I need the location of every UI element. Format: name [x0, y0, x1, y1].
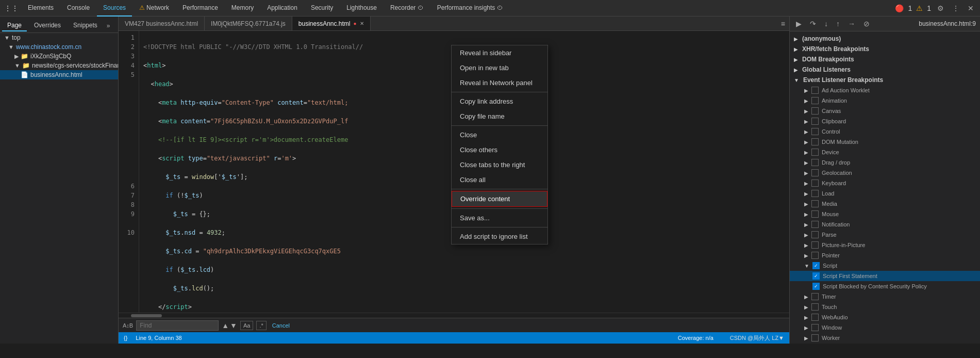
- tab-application[interactable]: Application: [261, 0, 304, 17]
- resume-button[interactable]: ▶: [794, 19, 804, 29]
- bp-item-notification[interactable]: ▶ Notification: [790, 219, 980, 230]
- step-button[interactable]: →: [846, 19, 857, 29]
- bp-item-timer[interactable]: ▶ Timer: [790, 291, 980, 302]
- tab-more-button[interactable]: ≡: [777, 20, 789, 28]
- bp-checkbox[interactable]: [812, 283, 820, 290]
- tab-lighthouse[interactable]: Lighthouse: [340, 0, 383, 17]
- bp-checkbox[interactable]: [811, 231, 819, 238]
- ctx-close-others[interactable]: Close others: [452, 142, 547, 157]
- horizontal-scrollbar[interactable]: [119, 313, 789, 318]
- tab-memory[interactable]: Memory: [225, 0, 260, 17]
- tab-close-button[interactable]: ✕: [360, 21, 364, 26]
- bp-checkbox[interactable]: [811, 334, 819, 341]
- bp-item-canvas[interactable]: ▶ Canvas: [790, 106, 980, 116]
- tree-item-folder1[interactable]: ▶ 📁 iXkZonSlgCbQ: [0, 52, 118, 61]
- bp-item-load[interactable]: ▶ Load: [790, 188, 980, 199]
- bp-checkbox[interactable]: [811, 241, 819, 249]
- bp-item-keyboard[interactable]: ▶ Keyboard: [790, 178, 980, 188]
- bp-item-script[interactable]: ▼ Script: [790, 261, 980, 271]
- ctx-close-all[interactable]: Close all: [452, 172, 547, 187]
- tree-item-folder2[interactable]: ▼ 📁 newsite/cgs-services/stockFinance: [0, 61, 118, 70]
- tab-security[interactable]: Security: [305, 0, 339, 17]
- bp-checkbox[interactable]: [811, 293, 819, 300]
- bp-checkbox[interactable]: [811, 118, 819, 125]
- tab-sources[interactable]: Sources: [97, 0, 132, 17]
- find-prev-button[interactable]: ▲: [222, 321, 229, 330]
- ctx-open-new-tab[interactable]: Open in new tab: [452, 60, 547, 75]
- bp-checkbox[interactable]: [811, 252, 819, 259]
- sync-icon[interactable]: ⋮: [114, 21, 119, 31]
- bp-item-parse[interactable]: ▶ Parse: [790, 230, 980, 240]
- bp-item-control[interactable]: ▶ Control: [790, 126, 980, 137]
- bp-checkbox[interactable]: [811, 169, 819, 176]
- bp-checkbox[interactable]: [812, 262, 820, 269]
- tree-item-top[interactable]: ▼ top: [0, 33, 118, 42]
- find-input[interactable]: [136, 320, 219, 331]
- bp-section-event-listener[interactable]: ▼ Event Listener Breakpoints: [790, 75, 980, 85]
- bp-item-pip[interactable]: ▶ Picture-in-Picture: [790, 240, 980, 250]
- bp-checkbox[interactable]: [811, 180, 819, 187]
- tab-network[interactable]: ⚠ Network: [133, 0, 175, 17]
- bp-item-animation[interactable]: ▶ Animation: [790, 95, 980, 106]
- ctx-save-as[interactable]: Save as...: [452, 210, 547, 225]
- bp-checkbox[interactable]: [811, 128, 819, 135]
- bp-item-drag-drop[interactable]: ▶ Drag / drop: [790, 157, 980, 168]
- bp-checkbox[interactable]: [811, 97, 819, 104]
- bp-item-media[interactable]: ▶ Media: [790, 199, 980, 209]
- bp-section-dom[interactable]: ▶ DOM Breakpoints: [790, 54, 980, 64]
- bp-item-worker[interactable]: ▶ Worker: [790, 333, 980, 343]
- find-case-button[interactable]: Aa: [240, 321, 253, 330]
- bp-item-script-first[interactable]: Script First Statement: [790, 271, 980, 281]
- ctx-reveal-sidebar[interactable]: Reveal in sidebar: [452, 45, 547, 60]
- tab-perf-insights[interactable]: Performance insights ⏲: [431, 0, 509, 17]
- bp-checkbox[interactable]: [811, 303, 819, 311]
- tab-recorder[interactable]: Recorder ⏲: [384, 0, 430, 17]
- ctx-copy-link[interactable]: Copy link address: [452, 94, 547, 109]
- deactivate-button[interactable]: ⊘: [861, 19, 872, 29]
- find-next-button[interactable]: ▼: [230, 321, 237, 330]
- bp-item-touch[interactable]: ▶ Touch: [790, 302, 980, 312]
- bp-item-geolocation[interactable]: ▶ Geolocation: [790, 168, 980, 178]
- bp-checkbox[interactable]: [811, 107, 819, 115]
- step-out-button[interactable]: ↑: [834, 19, 842, 29]
- bp-checkbox[interactable]: [811, 149, 819, 156]
- find-cancel-button[interactable]: Cancel: [270, 321, 292, 330]
- bp-checkbox[interactable]: [811, 200, 819, 207]
- bp-item-webaudio[interactable]: ▶ WebAudio: [790, 312, 980, 322]
- bp-checkbox[interactable]: [811, 210, 819, 218]
- bp-checkbox[interactable]: [811, 190, 819, 197]
- bp-checkbox[interactable]: [811, 314, 819, 321]
- bp-item-pointer[interactable]: ▶ Pointer: [790, 250, 980, 261]
- step-into-button[interactable]: ↓: [822, 19, 830, 29]
- step-over-button[interactable]: ↷: [808, 19, 818, 29]
- bp-checkbox[interactable]: [811, 221, 819, 228]
- sec-tab-snippets[interactable]: Snippets: [68, 20, 103, 31]
- sec-tab-overrides[interactable]: Overrides: [29, 20, 66, 31]
- bp-section-global[interactable]: ▶ Global Listeners: [790, 64, 980, 75]
- code-tab-vm427[interactable]: VM427 businessAnnc.html: [119, 17, 205, 31]
- ctx-close[interactable]: Close: [452, 127, 547, 142]
- code-tab-html[interactable]: businessAnnc.html ● ✕: [292, 17, 371, 31]
- bp-item-script-blocked[interactable]: Script Blocked by Content Security Polic…: [790, 281, 980, 291]
- bp-item-ad-auction[interactable]: ▶ Ad Auction Worklet: [790, 85, 980, 95]
- tree-item-domain[interactable]: ▼ www.chinastock.com.cn: [0, 42, 118, 52]
- ctx-override-content[interactable]: Override content: [452, 191, 547, 207]
- bp-item-dom-mutation[interactable]: ▶ DOM Mutation: [790, 137, 980, 147]
- tab-elements[interactable]: Elements: [22, 0, 60, 17]
- close-devtools-button[interactable]: ✕: [966, 3, 976, 13]
- tab-console[interactable]: Console: [61, 0, 96, 17]
- bp-item-window[interactable]: ▶ Window: [790, 322, 980, 333]
- bp-checkbox[interactable]: [811, 159, 819, 166]
- bp-section-xhr[interactable]: ▶ XHR/fetch Breakpoints: [790, 44, 980, 54]
- bp-item-mouse[interactable]: ▶ Mouse: [790, 209, 980, 219]
- bp-checkbox[interactable]: [811, 324, 819, 331]
- bp-checkbox[interactable]: [811, 138, 819, 145]
- tab-performance[interactable]: Performance: [176, 0, 224, 17]
- code-tab-js[interactable]: IM0jQktM6FSQ.6771a74.js: [205, 17, 292, 31]
- ctx-reveal-network[interactable]: Reveal in Network panel: [452, 75, 547, 90]
- bp-checkbox[interactable]: [811, 87, 819, 94]
- more-options-button[interactable]: ⋮: [950, 3, 961, 13]
- tree-item-file[interactable]: 📄 businessAnnc.html: [0, 70, 118, 79]
- ctx-close-right[interactable]: Close tabs to the right: [452, 157, 547, 172]
- ctx-add-ignore[interactable]: Add script to ignore list: [452, 229, 547, 244]
